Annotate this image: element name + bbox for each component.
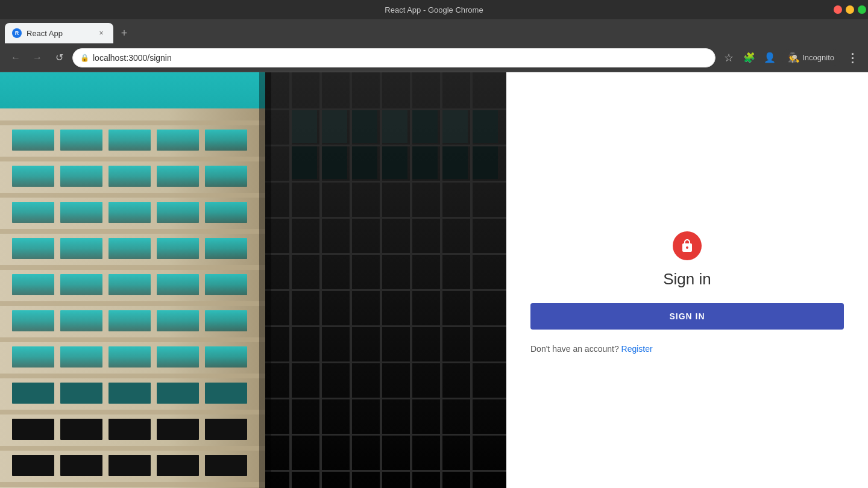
svg-rect-87 xyxy=(412,110,438,143)
svg-rect-25 xyxy=(108,202,151,223)
svg-rect-24 xyxy=(60,202,102,223)
svg-rect-94 xyxy=(412,146,438,179)
svg-rect-69 xyxy=(440,72,442,488)
svg-rect-95 xyxy=(442,146,468,179)
title-bar: React App - Google Chrome xyxy=(0,0,868,19)
menu-button[interactable]: ⋮ xyxy=(844,49,861,66)
svg-rect-42 xyxy=(205,310,247,331)
forward-button[interactable]: → xyxy=(29,49,46,66)
lock-icon xyxy=(680,239,694,253)
svg-rect-3 xyxy=(0,157,283,161)
sign-in-container: Sign in SIGN IN Don't have an account? R… xyxy=(530,231,844,354)
svg-rect-59 xyxy=(60,455,102,476)
svg-rect-53 xyxy=(12,419,54,440)
svg-rect-5 xyxy=(0,229,283,234)
svg-rect-6 xyxy=(0,265,283,270)
bookmark-button[interactable]: ☆ xyxy=(720,49,737,66)
reload-button[interactable]: ↺ xyxy=(51,49,68,66)
page-content: 9 L S E Sign in SIGN IN Don't have an ac… xyxy=(0,72,868,488)
svg-rect-13 xyxy=(12,130,54,151)
incognito-badge[interactable]: 🕵 Incognito xyxy=(782,49,840,66)
address-bar-actions: ☆ 🧩 👤 🕵 Incognito ⋮ xyxy=(720,49,861,66)
svg-rect-80 xyxy=(265,434,506,436)
svg-rect-64 xyxy=(289,72,292,488)
svg-rect-88 xyxy=(442,110,468,143)
svg-rect-4 xyxy=(0,193,283,198)
tab-favicon: R xyxy=(12,28,22,38)
window-minimize-btn[interactable] xyxy=(846,5,854,14)
svg-rect-51 xyxy=(157,383,199,404)
right-panel: Sign in SIGN IN Don't have an account? R… xyxy=(506,72,868,488)
svg-rect-62 xyxy=(205,455,247,476)
svg-rect-96 xyxy=(473,146,498,179)
svg-rect-28 xyxy=(12,238,54,259)
incognito-label: Incognito xyxy=(802,53,834,62)
svg-rect-12 xyxy=(0,482,283,487)
tab-close-button[interactable]: × xyxy=(96,28,106,38)
svg-rect-68 xyxy=(410,72,412,488)
url-text: localhost:3000/signin xyxy=(93,53,708,63)
svg-rect-86 xyxy=(382,110,407,143)
svg-rect-65 xyxy=(319,72,322,488)
window-title: React App - Google Chrome xyxy=(385,5,483,14)
svg-rect-18 xyxy=(12,166,54,187)
svg-rect-58 xyxy=(12,455,54,476)
svg-rect-30 xyxy=(108,238,151,259)
register-link[interactable]: Register xyxy=(621,344,653,354)
svg-rect-78 xyxy=(265,361,506,363)
svg-rect-29 xyxy=(60,238,102,259)
back-button[interactable]: ← xyxy=(7,49,24,66)
register-prompt: Don't have an account? Register xyxy=(530,344,653,354)
new-tab-button[interactable]: + xyxy=(116,25,133,42)
svg-rect-11 xyxy=(0,446,283,451)
window-close-btn[interactable] xyxy=(834,5,842,14)
svg-rect-84 xyxy=(322,110,347,143)
svg-rect-52 xyxy=(205,383,247,404)
profile-button[interactable]: 👤 xyxy=(761,49,778,66)
svg-rect-23 xyxy=(12,202,54,223)
svg-rect-46 xyxy=(157,346,199,368)
svg-rect-79 xyxy=(265,398,506,399)
extensions-button[interactable]: 🧩 xyxy=(741,49,758,66)
svg-rect-66 xyxy=(350,72,352,488)
svg-rect-8 xyxy=(0,337,283,342)
svg-rect-85 xyxy=(352,110,377,143)
svg-rect-10 xyxy=(0,410,283,414)
svg-rect-35 xyxy=(108,274,151,295)
svg-rect-31 xyxy=(157,238,199,259)
svg-rect-27 xyxy=(205,202,247,223)
sign-in-title: Sign in xyxy=(663,270,711,289)
svg-rect-44 xyxy=(60,346,102,368)
active-tab[interactable]: R React App × xyxy=(5,23,113,43)
tab-title: React App xyxy=(27,29,92,38)
svg-rect-77 xyxy=(265,325,506,327)
svg-rect-70 xyxy=(470,72,473,488)
svg-rect-48 xyxy=(12,383,54,404)
svg-rect-89 xyxy=(473,110,498,143)
svg-rect-57 xyxy=(205,419,247,440)
svg-rect-40 xyxy=(108,310,151,331)
svg-rect-33 xyxy=(12,274,54,295)
svg-rect-97 xyxy=(259,72,271,488)
url-bar[interactable]: 🔒 localhost:3000/signin xyxy=(72,48,715,67)
svg-rect-67 xyxy=(380,72,382,488)
left-panel-image: 9 L S E xyxy=(0,72,506,488)
svg-rect-83 xyxy=(292,110,317,143)
tab-bar: R React App × + xyxy=(0,19,868,43)
svg-rect-36 xyxy=(157,274,199,295)
building-illustration: 9 L S E xyxy=(0,72,506,488)
svg-rect-73 xyxy=(265,181,506,183)
svg-rect-45 xyxy=(108,346,151,368)
svg-rect-54 xyxy=(60,419,102,440)
svg-rect-19 xyxy=(60,166,102,187)
window-maximize-btn[interactable] xyxy=(858,5,866,14)
svg-rect-50 xyxy=(108,383,151,404)
svg-rect-39 xyxy=(60,310,102,331)
svg-rect-37 xyxy=(205,274,247,295)
svg-rect-16 xyxy=(157,130,199,151)
svg-rect-17 xyxy=(205,130,247,151)
svg-rect-15 xyxy=(108,130,151,151)
browser-chrome: React App - Google Chrome R React App × … xyxy=(0,0,868,72)
sign-in-button[interactable]: SIGN IN xyxy=(530,303,844,330)
svg-rect-56 xyxy=(157,419,199,440)
